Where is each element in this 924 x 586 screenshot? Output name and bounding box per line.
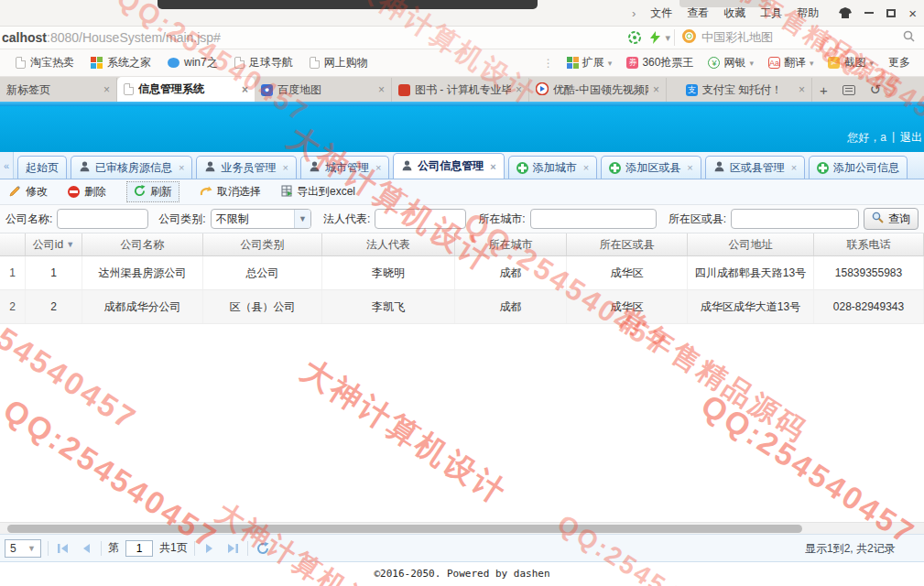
prev-page-button[interactable] (78, 540, 94, 557)
tab-label: 优酷-中国领先视频网站 (553, 82, 648, 98)
close-tab-icon[interactable]: × (583, 162, 589, 173)
menu-expand-icon[interactable]: › (632, 6, 636, 20)
close-tab-icon[interactable]: × (799, 83, 805, 96)
table-row[interactable]: 1 1 达州渠县房源公司 总公司 李晓明 成都 成华区 四川成都郫县天路13号 … (0, 256, 924, 290)
delete-button[interactable]: 删除 (68, 184, 106, 200)
company-type-select[interactable]: 不限制▼ (211, 209, 311, 229)
maximize-button[interactable] (886, 9, 896, 17)
close-tab-icon[interactable]: × (653, 83, 659, 96)
tab-list-button[interactable] (835, 78, 863, 102)
tool-extensions[interactable]: 扩展▾ (560, 55, 619, 71)
browser-search-box[interactable]: 中国彩礼地图 (679, 27, 924, 49)
close-tab-icon[interactable]: × (179, 162, 184, 173)
close-tab-icon[interactable]: × (242, 83, 248, 96)
app-tab-company-info[interactable]: 公司信息管理× (393, 153, 504, 179)
tool-bank[interactable]: ¥网银▾ (701, 55, 760, 71)
close-tab-icon[interactable]: × (490, 161, 495, 172)
tool-ticket[interactable]: 券360抢票王 (620, 55, 700, 71)
refresh-button[interactable]: 刷新 (126, 181, 179, 202)
close-tab-icon[interactable]: × (791, 162, 797, 173)
menu-help[interactable]: 帮助 (797, 5, 819, 21)
browser-tab-alipay[interactable]: 支支付宝 知托付！× (679, 78, 812, 102)
browser-tab-youku[interactable]: 优酷-中国领先视频网站× (529, 78, 667, 102)
page-number-input[interactable] (125, 540, 153, 557)
export-excel-button[interactable]: 导出到excel (281, 184, 355, 200)
app-tab-add-company[interactable]: 添加公司信息 (809, 156, 908, 179)
close-tab-icon[interactable]: × (282, 162, 288, 173)
horizontal-scrollbar[interactable] (0, 522, 924, 534)
url-dropdown-icon[interactable]: ▾ (665, 32, 670, 44)
col-address[interactable]: 公司地址 (688, 233, 814, 255)
query-button[interactable]: 查询 (864, 208, 919, 230)
browser-titlebar: › 文件 查看 收藏 工具 帮助 × (0, 0, 924, 26)
bookmark-football[interactable]: 足球导航 (226, 55, 301, 71)
app-tab-start[interactable]: 起始页 (17, 156, 67, 179)
col-company-type[interactable]: 公司类别 (203, 233, 322, 255)
company-name-input[interactable] (57, 209, 148, 229)
scrollbar-thumb[interactable] (7, 525, 802, 533)
extensions-icon (567, 57, 579, 69)
app-tab-salesman[interactable]: 业务员管理× (196, 156, 296, 179)
close-tab-icon[interactable]: × (103, 83, 110, 96)
table-row[interactable]: 2 2 成都成华分公司 区（县）公司 李凯飞 成都 成华区 成华区成华大道13号… (0, 290, 924, 324)
next-page-button[interactable] (201, 540, 218, 557)
bookmark-label: 系统之家 (107, 55, 151, 71)
dark-titlebar-fragment (158, 0, 538, 9)
bookmark-taobao[interactable]: 淘宝热卖 (7, 55, 82, 71)
col-city[interactable]: 所在城市 (455, 233, 567, 255)
tool-screenshot[interactable]: ✂截图▾ (821, 55, 880, 71)
app-tab-add-district[interactable]: 添加区或县× (601, 156, 701, 179)
app-tab-city[interactable]: 城市管理× (300, 156, 389, 179)
first-page-button[interactable] (55, 540, 71, 557)
col-legal-rep[interactable]: 法人代表 (322, 233, 455, 255)
logout-link[interactable]: 退出 (900, 130, 922, 146)
url-input[interactable]: calhost :8080/HouseSystem/main.jsp# (0, 27, 624, 49)
district-label: 所在区或县: (669, 212, 726, 227)
bookmark-win7[interactable]: win7之 (159, 55, 226, 71)
legal-rep-input[interactable] (375, 209, 466, 229)
col-phone[interactable]: 联系电话 (814, 233, 924, 255)
close-tab-icon[interactable]: × (516, 83, 522, 96)
district-input[interactable] (731, 209, 859, 229)
cancel-select-button[interactable]: 取消选择 (200, 184, 261, 200)
app-tab-audited-houses[interactable]: 已审核房源信息× (71, 156, 192, 179)
app-tab-add-city[interactable]: 添加城市× (508, 156, 597, 179)
tab-scroll-left-button[interactable]: « (0, 152, 14, 179)
close-window-button[interactable]: × (908, 6, 917, 20)
menu-favorites[interactable]: 收藏 (723, 5, 745, 21)
menu-view[interactable]: 查看 (687, 5, 709, 21)
close-tab-icon[interactable]: × (375, 162, 381, 173)
url-host: calhost (2, 30, 47, 45)
bookmark-shopping[interactable]: 网上购物 (301, 55, 376, 71)
page-size-select[interactable]: 5▼ (5, 539, 41, 558)
browser-tab-infosystem[interactable]: 信息管理系统× (117, 77, 255, 102)
app-tab-district-mgmt[interactable]: 区或县管理× (705, 156, 805, 179)
browser-tab-newtab[interactable]: 新标签页× (0, 78, 117, 102)
col-district[interactable]: 所在区或县 (567, 233, 688, 255)
new-tab-button[interactable]: + (812, 78, 835, 102)
menu-file[interactable]: 文件 (650, 5, 672, 21)
browser-tab-books[interactable]: 图书 - 计算机专业毕业× (392, 78, 529, 102)
city-input[interactable] (530, 209, 657, 229)
col-company-name[interactable]: 公司名称 (82, 233, 203, 255)
browser-tab-baidumap[interactable]: ●百度地图× (255, 78, 392, 102)
minimize-button[interactable] (864, 12, 874, 14)
close-tab-icon[interactable]: × (687, 162, 692, 173)
speed-mode-icon[interactable] (650, 31, 660, 44)
bookmark-xitongzhijia[interactable]: 系统之家 (82, 55, 159, 71)
pagination-separator (48, 541, 49, 556)
company-type-label: 公司类别: (158, 212, 205, 227)
skin-icon[interactable] (839, 7, 852, 18)
site-safety-icon[interactable] (628, 31, 641, 44)
tool-more[interactable]: 更多 (882, 55, 917, 71)
edit-button[interactable]: 修改 (9, 184, 48, 200)
search-icon[interactable] (903, 30, 915, 45)
reload-grid-button[interactable] (255, 540, 271, 557)
menu-tools[interactable]: 工具 (760, 5, 782, 21)
last-page-button[interactable] (224, 540, 241, 557)
col-company-id[interactable]: 公司id▼ (26, 233, 82, 255)
tool-translate[interactable]: Aa翻译▾ (762, 55, 821, 71)
close-tab-icon[interactable]: × (378, 83, 385, 96)
restore-tab-button[interactable]: ↺ (863, 78, 889, 102)
search-engine-logo[interactable] (682, 29, 696, 46)
